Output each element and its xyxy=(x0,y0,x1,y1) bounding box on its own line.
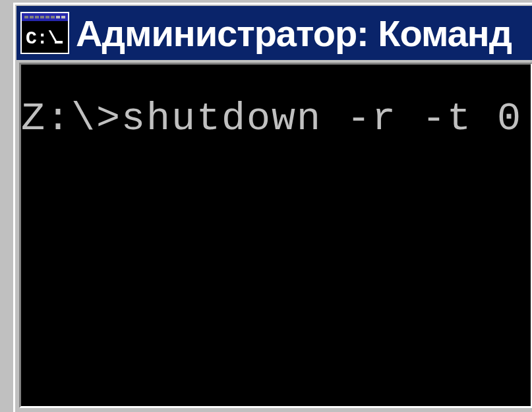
console-line: Z:\>shutdown -r -t 0 xyxy=(21,99,531,138)
svg-rect-4 xyxy=(24,16,28,18)
console-border: Z:\>shutdown -r -t 0 xyxy=(19,63,532,408)
svg-rect-6 xyxy=(35,16,39,18)
svg-rect-10 xyxy=(56,16,60,18)
command-text: shutdown -r -t 0 xyxy=(121,96,522,141)
svg-rect-3 xyxy=(22,13,68,21)
svg-rect-7 xyxy=(40,16,44,18)
svg-rect-13 xyxy=(55,41,63,44)
svg-rect-9 xyxy=(51,16,55,18)
cmd-icon: C:\ xyxy=(20,12,69,54)
title-bar[interactable]: C:\ Администратор: Команд xyxy=(15,5,532,60)
console-area[interactable]: Z:\>shutdown -r -t 0 xyxy=(21,65,531,406)
prompt-text: Z:\> xyxy=(21,96,121,141)
svg-rect-11 xyxy=(61,16,65,18)
svg-rect-5 xyxy=(30,16,34,18)
svg-rect-8 xyxy=(45,16,49,18)
svg-text:C:\: C:\ xyxy=(26,28,59,49)
cmd-window: C:\ Администратор: Команд Z:\>shutdown -… xyxy=(13,3,532,412)
window-title: Администратор: Команд xyxy=(76,12,512,55)
